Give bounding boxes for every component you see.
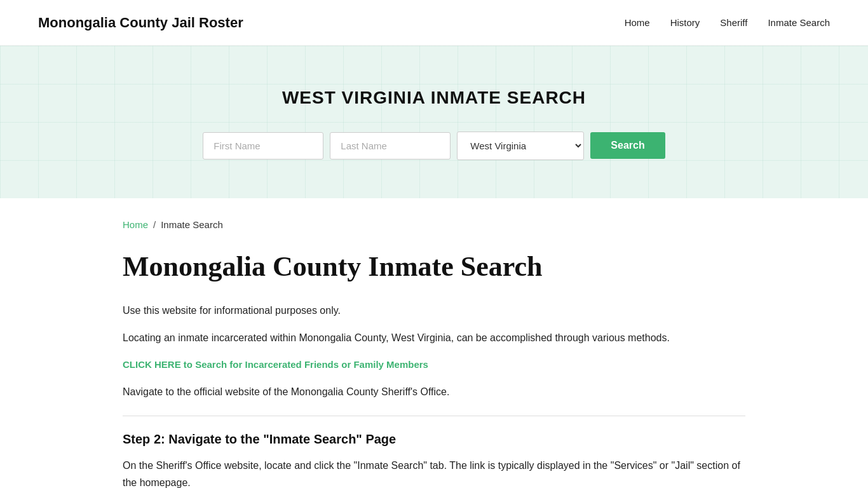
site-title: Monongalia County Jail Roster [38,11,243,34]
step2-para: On the Sheriff's Office website, locate … [123,457,745,488]
nav-item-inmate-search[interactable]: Inmate Search [768,15,830,31]
intro-para-1: Use this website for informational purpo… [123,302,745,319]
site-header: Monongalia County Jail Roster Home Histo… [0,0,868,46]
breadcrumb-home-link[interactable]: Home [123,217,148,233]
step2-heading: Step 2: Navigate to the "Inmate Search" … [123,416,745,449]
page-title: Monongalia County Inmate Search [123,250,745,284]
nav-link-inmate-search[interactable]: Inmate Search [768,17,830,28]
search-form: West VirginiaAlabamaAlaskaArizonaArkansa… [13,132,855,160]
banner-title: WEST VIRGINIA INMATE SEARCH [13,84,855,112]
main-nav: Home History Sheriff Inmate Search [625,15,830,31]
first-name-input[interactable] [203,132,323,159]
intro-para-2: Locating an inmate incarcerated within M… [123,329,745,346]
state-select[interactable]: West VirginiaAlabamaAlaskaArizonaArkansa… [457,132,584,160]
breadcrumb-separator: / [153,217,156,233]
nav-list: Home History Sheriff Inmate Search [625,15,830,31]
main-content: Home / Inmate Search Monongalia County I… [85,198,783,488]
search-button[interactable]: Search [590,132,665,159]
nav-link-sheriff[interactable]: Sheriff [720,17,747,28]
breadcrumb-current: Inmate Search [161,217,223,233]
nav-item-sheriff[interactable]: Sheriff [720,15,747,31]
navigate-para: Navigate to the official website of the … [123,383,745,400]
nav-item-home[interactable]: Home [625,15,650,31]
nav-link-home[interactable]: Home [625,17,650,28]
last-name-input[interactable] [330,132,451,159]
search-banner: WEST VIRGINIA INMATE SEARCH West Virgini… [0,46,868,198]
nav-link-history[interactable]: History [670,17,700,28]
click-here-link[interactable]: CLICK HERE to Search for Incarcerated Fr… [123,359,428,370]
breadcrumb: Home / Inmate Search [123,217,745,233]
nav-item-history[interactable]: History [670,15,700,31]
